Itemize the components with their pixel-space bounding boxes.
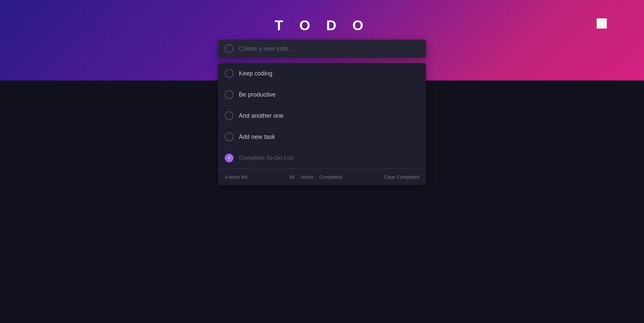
todo-text: Keep coding	[239, 70, 419, 77]
todo-item[interactable]: Keep coding	[218, 63, 426, 84]
todo-checkbox[interactable]	[225, 90, 233, 99]
todo-item-completed[interactable]: Complete To-Do List	[218, 148, 426, 169]
clear-completed-button[interactable]: Clear Completed	[384, 174, 419, 180]
todo-checkbox[interactable]	[225, 69, 233, 78]
todo-list: Keep coding Be productive And another on…	[218, 63, 426, 185]
theme-toggle-button[interactable]: ☀	[596, 18, 607, 29]
todo-text: And another one	[239, 112, 419, 119]
todo-checkbox-checked[interactable]	[225, 154, 233, 162]
todo-text: Be productive	[239, 91, 419, 98]
todo-footer: 4 items left All Active Completed Clear …	[218, 169, 426, 185]
todo-text: Add new task	[239, 133, 419, 141]
todo-item[interactable]: Be productive	[218, 84, 426, 105]
todo-checkbox[interactable]	[225, 132, 233, 141]
main-container: Keep coding Be productive And another on…	[218, 40, 426, 185]
filter-all-button[interactable]: All	[289, 174, 295, 180]
todo-text-completed: Complete To-Do List	[239, 155, 419, 162]
new-todo-input-wrapper	[218, 40, 426, 58]
todo-item[interactable]: Add new task	[218, 126, 426, 148]
sun-icon: ☀	[598, 19, 605, 28]
app-title: T O D O	[275, 17, 369, 34]
items-left-count: 4 items left	[225, 174, 248, 180]
filter-active-button[interactable]: Active	[301, 174, 313, 180]
new-todo-input[interactable]	[239, 45, 419, 52]
new-todo-circle-button[interactable]	[225, 44, 233, 53]
todo-item[interactable]: And another one	[218, 105, 426, 126]
filter-completed-button[interactable]: Completed	[319, 174, 342, 180]
todo-checkbox[interactable]	[225, 111, 233, 120]
filter-group: All Active Completed	[289, 174, 342, 180]
